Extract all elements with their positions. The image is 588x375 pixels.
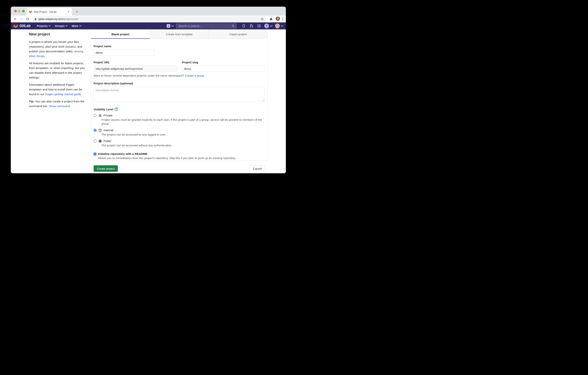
todos-icon[interactable]: [257, 24, 261, 28]
search-input[interactable]: [178, 24, 232, 28]
project-url-label: Project URL: [94, 61, 177, 64]
issues-icon[interactable]: [242, 24, 246, 28]
visibility-help-icon[interactable]: ?: [115, 108, 118, 111]
blank-project-form: Project name Project URL Project slug Wa…: [91, 39, 267, 173]
close-window-button[interactable]: [14, 10, 17, 12]
help-icon[interactable]: ?: [264, 23, 269, 28]
nav-menu-projects[interactable]: Projects: [37, 24, 51, 27]
project-type-tabs: Blank project Create from template Impor…: [91, 30, 267, 39]
tab-blank-project[interactable]: Blank project: [91, 30, 150, 39]
url-host: gitlab.widgetcorp.tech: [38, 18, 63, 21]
visibility-option-public: Public The project can be accessed witho…: [94, 139, 265, 147]
tab-title: New Project · GitLab: [34, 11, 67, 13]
gitlab-logo[interactable]: GitLab: [13, 24, 31, 28]
page-title: New project: [29, 32, 87, 36]
back-icon[interactable]: [13, 16, 18, 22]
reload-icon[interactable]: [25, 16, 30, 22]
search-icon: [232, 24, 234, 27]
chevron-down-icon[interactable]: [171, 25, 174, 27]
project-slug-input[interactable]: [182, 66, 265, 72]
chevron-down-icon: [79, 25, 82, 27]
readme-checkbox[interactable]: [94, 153, 96, 155]
address-bar[interactable]: gitlab.widgetcorp.tech/projects/new: [32, 16, 266, 22]
browser-tab-strip: New Project · GitLab ✕ +: [11, 7, 286, 16]
lock-icon: [34, 18, 37, 20]
new-project-panel: Blank project Create from template Impor…: [91, 30, 268, 161]
nav-menu-groups[interactable]: Groups: [55, 24, 68, 27]
sidebar-paragraph: Information about additional Pages templ…: [29, 82, 87, 97]
visibility-option-internal: Internal The project can be accessed by …: [94, 129, 265, 136]
new-menu-plus-icon[interactable]: +: [167, 24, 170, 28]
browser-tab[interactable]: New Project · GitLab ✕: [27, 8, 72, 16]
page-content: New project A project is where you house…: [11, 29, 286, 173]
project-url-input[interactable]: [94, 66, 177, 72]
browser-menu-icon[interactable]: [283, 17, 283, 21]
merge-requests-icon[interactable]: [250, 24, 253, 28]
user-avatar[interactable]: [275, 23, 280, 28]
minimize-window-button[interactable]: [18, 10, 21, 12]
browser-toolbar: gitlab.widgetcorp.tech/projects/new: [11, 16, 286, 22]
lock-icon: [98, 114, 102, 117]
project-description-label: Project description (optional): [94, 82, 265, 85]
visibility-level-label: Visibility Level: [94, 108, 113, 111]
chevron-down-icon: [65, 25, 68, 27]
tab-import-project[interactable]: Import project: [209, 30, 267, 39]
chevron-down-icon[interactable]: [281, 25, 283, 27]
chevron-down-icon[interactable]: [270, 25, 273, 27]
project-name-label: Project name: [94, 44, 265, 48]
project-name-input[interactable]: [94, 49, 155, 55]
internal-radio[interactable]: [94, 129, 97, 132]
extensions-puzzle-icon[interactable]: [269, 16, 273, 22]
gitlab-favicon-icon: [29, 10, 32, 13]
gitlab-wordmark: GitLab: [20, 24, 31, 28]
sidebar-paragraph: All features are enabled for blank proje…: [29, 61, 87, 80]
readme-label: Initialize repository with a README: [98, 152, 147, 156]
tab-close-icon[interactable]: ✕: [67, 10, 70, 13]
visibility-option-private: Private Project access must be granted e…: [94, 114, 265, 126]
namespace-helper: Want to house several dependent projects…: [94, 74, 265, 77]
url-path: /projects/new: [63, 18, 78, 21]
create-project-button[interactable]: Create project: [94, 165, 118, 172]
browser-profile-avatar[interactable]: [275, 17, 280, 22]
gitlab-navbar: GitLab Projects Groups More +: [11, 22, 286, 29]
bookmark-star-icon[interactable]: [261, 17, 264, 21]
readme-description: Allows you to immediately clone this pro…: [98, 156, 265, 160]
public-radio[interactable]: [94, 140, 97, 143]
global-search[interactable]: [176, 23, 237, 28]
project-description-textarea[interactable]: [94, 87, 265, 102]
globe-icon: [98, 139, 102, 143]
fullscreen-window-button[interactable]: [22, 10, 25, 12]
sidebar-tip: Tip: You can also create a project from …: [29, 99, 87, 109]
private-radio[interactable]: [94, 114, 97, 117]
window-controls: [14, 10, 25, 12]
shield-icon: [98, 129, 102, 132]
pages-guide-link[interactable]: Pages getting started guide: [45, 92, 81, 96]
nav-menu-more[interactable]: More: [72, 24, 82, 27]
create-a-group-link[interactable]: Create a group.: [185, 74, 205, 77]
cancel-button[interactable]: Cancel: [250, 165, 265, 172]
tanuki-icon: [13, 24, 18, 28]
browser-window: New Project · GitLab ✕ + gitlab.widgetco…: [11, 7, 286, 173]
new-tab-button[interactable]: +: [75, 10, 80, 14]
project-slug-label: Project slug: [182, 61, 265, 64]
sidebar-paragraph: A project is where you house your files …: [29, 39, 87, 58]
show-command-link[interactable]: Show command: [49, 104, 70, 108]
chevron-down-icon: [49, 25, 51, 27]
tab-create-from-template[interactable]: Create from template: [150, 30, 209, 39]
new-project-sidebar: New project A project is where you house…: [29, 32, 87, 111]
forward-icon[interactable]: [19, 16, 24, 22]
